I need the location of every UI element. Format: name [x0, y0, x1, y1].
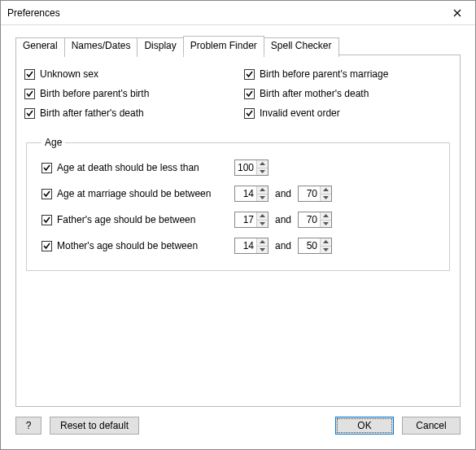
age-marriage-and: and: [273, 188, 293, 199]
tab-problem-finder[interactable]: Problem Finder: [183, 36, 264, 55]
check-birth-before-parents-birth[interactable]: [24, 89, 35, 99]
age-mother-and: and: [273, 240, 293, 251]
tab-names-dates[interactable]: Names/Dates: [64, 37, 138, 57]
age-father-max-down[interactable]: [321, 221, 331, 228]
age-father-min-up[interactable]: [257, 212, 268, 221]
check-birth-before-marriage-row: Birth before parent's marriage: [244, 68, 452, 80]
age-marriage-row: Age at marriage should be between 14 and…: [41, 186, 435, 202]
check-age-marriage[interactable]: [41, 189, 52, 199]
check-invalid-event-order[interactable]: [244, 108, 255, 119]
age-mother-label: Mother's age should be between: [57, 240, 229, 251]
window-title: Preferences: [7, 7, 60, 19]
check-age-death[interactable]: [41, 163, 52, 173]
tab-spell-checker[interactable]: Spell Checker: [264, 37, 339, 57]
check-birth-after-fathers-death-label: Birth after father's death: [40, 107, 144, 119]
check-age-father[interactable]: [41, 215, 52, 225]
check-birth-before-marriage[interactable]: [244, 69, 255, 80]
age-father-min-spinner[interactable]: 17: [234, 212, 269, 228]
age-marriage-min-arrows: [256, 186, 268, 201]
age-mother-max-up[interactable]: [321, 238, 331, 247]
close-button[interactable]: [439, 1, 475, 25]
age-father-min-value[interactable]: 17: [235, 212, 256, 227]
age-mother-min-up[interactable]: [257, 238, 268, 247]
age-mother-max-value[interactable]: 50: [299, 238, 320, 253]
tabpanel-problem-finder: Unknown sex Birth before parent's marria…: [15, 55, 461, 407]
check-invalid-event-order-row: Invalid event order: [244, 107, 452, 119]
age-father-row: Father's age should be between 17 and 70: [41, 212, 435, 228]
age-marriage-max-spinner[interactable]: 70: [298, 186, 332, 202]
age-death-arrows: [256, 160, 268, 175]
ok-button[interactable]: OK: [335, 417, 394, 435]
check-unknown-sex-label: Unknown sex: [40, 68, 98, 80]
age-mother-min-value[interactable]: 14: [235, 238, 256, 253]
check-birth-after-mothers-death-row: Birth after mother's death: [244, 88, 452, 99]
check-birth-after-mothers-death[interactable]: [244, 89, 255, 99]
age-marriage-min-spinner[interactable]: 14: [234, 186, 269, 202]
check-birth-before-parents-birth-row: Birth before parent's birth: [24, 88, 244, 99]
age-group: Age Age at death should be less than 100: [26, 137, 450, 271]
age-father-max-value[interactable]: 70: [299, 212, 320, 227]
tab-display[interactable]: Display: [137, 37, 183, 57]
age-death-label: Age at death should be less than: [57, 162, 229, 173]
age-death-spinner[interactable]: 100: [234, 159, 269, 176]
age-marriage-min-down[interactable]: [257, 194, 268, 202]
age-marriage-min-up[interactable]: [257, 186, 268, 194]
age-death-down[interactable]: [257, 168, 268, 176]
age-mother-min-arrows: [256, 238, 268, 253]
age-marriage-min-value[interactable]: 14: [235, 186, 256, 201]
age-marriage-max-down[interactable]: [321, 194, 331, 202]
age-death-value[interactable]: 100: [235, 160, 256, 175]
check-invalid-event-order-label: Invalid event order: [260, 107, 340, 119]
check-birth-before-parents-birth-label: Birth before parent's birth: [40, 88, 149, 99]
tab-general[interactable]: General: [15, 37, 65, 57]
age-father-max-up[interactable]: [321, 212, 331, 221]
content-area: General Names/Dates Display Problem Find…: [1, 25, 475, 407]
age-marriage-max-up[interactable]: [321, 186, 331, 194]
age-father-max-spinner[interactable]: 70: [298, 212, 332, 228]
preferences-dialog: Preferences General Names/Dates Display …: [0, 0, 476, 450]
age-marriage-max-value[interactable]: 70: [299, 186, 320, 201]
age-marriage-label: Age at marriage should be between: [57, 188, 229, 199]
check-unknown-sex[interactable]: [24, 69, 35, 80]
titlebar: Preferences: [1, 1, 475, 25]
age-legend: Age: [41, 137, 65, 148]
age-mother-min-down[interactable]: [257, 247, 268, 254]
age-mother-min-spinner[interactable]: 14: [234, 238, 269, 254]
age-mother-max-spinner[interactable]: 50: [298, 238, 332, 254]
age-father-min-down[interactable]: [257, 221, 268, 228]
age-death-row: Age at death should be less than 100: [41, 159, 435, 176]
cancel-button[interactable]: Cancel: [402, 417, 461, 435]
age-marriage-max-arrows: [320, 186, 331, 201]
age-death-up[interactable]: [257, 160, 268, 168]
check-birth-before-marriage-label: Birth before parent's marriage: [260, 68, 388, 80]
check-unknown-sex-row: Unknown sex: [24, 68, 244, 80]
check-birth-after-mothers-death-label: Birth after mother's death: [260, 88, 369, 99]
age-father-max-arrows: [320, 212, 331, 227]
age-father-and: and: [273, 214, 293, 225]
age-father-label: Father's age should be between: [57, 214, 229, 225]
check-birth-after-fathers-death-row: Birth after father's death: [24, 107, 244, 119]
footer: ? Reset to default OK Cancel: [1, 407, 475, 449]
tab-bar: General Names/Dates Display Problem Find…: [15, 36, 461, 55]
age-father-min-arrows: [256, 212, 268, 227]
age-mother-max-arrows: [320, 238, 331, 253]
age-mother-row: Mother's age should be between 14 and 50: [41, 238, 435, 254]
reset-button[interactable]: Reset to default: [50, 417, 139, 435]
help-button[interactable]: ?: [15, 417, 41, 435]
age-mother-max-down[interactable]: [321, 247, 331, 254]
check-birth-after-fathers-death[interactable]: [24, 108, 35, 119]
checks-grid: Unknown sex Birth before parent's marria…: [24, 68, 452, 119]
check-age-mother[interactable]: [41, 241, 52, 251]
close-icon: [453, 9, 461, 17]
